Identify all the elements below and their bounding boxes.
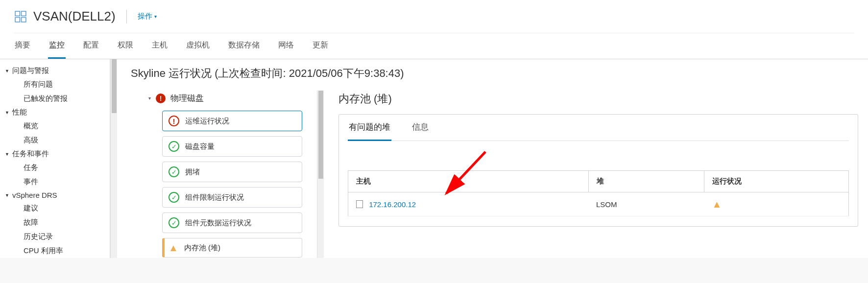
check-label: 组件元数据运行状况 (185, 218, 251, 228)
ok-icon: ✓ (169, 192, 179, 203)
tab-虚拟机[interactable]: 虚拟机 (185, 40, 211, 59)
sidebar-item[interactable]: CPU 利用率 (0, 244, 110, 258)
health-check-item[interactable]: ✓组件限制运行状况 (162, 187, 302, 208)
sidebar-group[interactable]: ▼vSphere DRS (0, 189, 110, 201)
sidebar-group[interactable]: ▼性能 (0, 106, 110, 119)
heap-cell: LSOM (588, 192, 704, 216)
svg-rect-0 (15, 11, 20, 16)
cluster-icon (14, 10, 27, 24)
tab-数据存储[interactable]: 数据存储 (227, 40, 261, 59)
caret-down-icon: ▼ (5, 193, 9, 198)
scrollbar-thumb[interactable] (318, 91, 323, 179)
tab-配置[interactable]: 配置 (82, 40, 100, 59)
sidebar-scrollbar[interactable] (110, 59, 117, 258)
page-title: VSAN(DELL2) (33, 9, 116, 24)
warning-icon: ▲ (169, 243, 178, 253)
sidebar-item[interactable]: 建议 (0, 201, 110, 215)
tab-主机[interactable]: 主机 (151, 40, 169, 59)
sidebar: ▼问题与警报所有问题已触发的警报▼性能概览高级▼任务和事件任务事件▼vSpher… (0, 59, 110, 258)
content-title: Skyline 运行状况 (上次检查时间: 2021/05/06下午9:38:4… (131, 66, 868, 88)
chevron-down-icon: ▾ (154, 14, 157, 19)
check-label: 运维运行状况 (185, 117, 229, 126)
health-group-title: 物理磁盘 (170, 93, 204, 104)
actions-label: 操作 (138, 12, 152, 21)
detail-title: 内存池 (堆) (338, 91, 858, 114)
sidebar-item[interactable]: 任务 (0, 161, 110, 175)
error-icon: ! (169, 116, 179, 126)
sidebar-item[interactable]: 所有问题 (0, 77, 110, 92)
check-label: 内存池 (堆) (184, 243, 220, 253)
error-icon: ! (156, 94, 166, 103)
host-icon (356, 200, 363, 208)
sidebar-item[interactable]: 高级 (0, 133, 110, 147)
sub-tab[interactable]: 信息 (411, 121, 430, 141)
column-header[interactable]: 堆 (588, 171, 704, 192)
checks-scrollbar[interactable] (317, 91, 324, 258)
status-cell: ▲ (704, 192, 848, 216)
tab-监控[interactable]: 监控 (48, 40, 66, 59)
ok-icon: ✓ (169, 166, 179, 177)
host-link[interactable]: 172.16.200.12 (369, 200, 416, 209)
check-label: 磁盘容量 (185, 142, 215, 151)
caret-down-icon: ▼ (5, 69, 9, 73)
check-label: 拥堵 (185, 167, 200, 177)
svg-rect-3 (22, 17, 26, 22)
health-check-item[interactable]: !运维运行状况 (162, 111, 302, 131)
caret-down-icon: ▼ (5, 152, 9, 157)
sub-tab[interactable]: 有问题的堆 (348, 121, 391, 141)
main-tabs: 摘要监控配置权限主机虚拟机数据存储网络更新 (14, 33, 854, 59)
column-header[interactable]: 运行状况 (704, 171, 848, 192)
table-row[interactable]: 172.16.200.12 LSOM ▲ (348, 192, 849, 216)
tab-网络[interactable]: 网络 (277, 40, 295, 59)
tab-摘要[interactable]: 摘要 (14, 40, 31, 59)
sidebar-group[interactable]: ▼问题与警报 (0, 64, 110, 77)
ok-icon: ✓ (169, 217, 179, 228)
warning-icon: ▲ (712, 199, 722, 209)
health-check-item[interactable]: ✓磁盘容量 (162, 136, 302, 157)
ok-icon: ✓ (169, 141, 179, 152)
sidebar-item[interactable]: 历史记录 (0, 230, 110, 244)
health-check-item[interactable]: ✓组件元数据运行状况 (162, 212, 302, 233)
sidebar-item[interactable]: 事件 (0, 175, 110, 189)
issues-table: 主机堆运行状况 172.16.200.12 LSOM ▲ (348, 170, 849, 216)
health-check-item[interactable]: ✓拥堵 (162, 162, 302, 182)
scrollbar-thumb[interactable] (112, 59, 117, 113)
tab-权限[interactable]: 权限 (117, 40, 134, 59)
separator (126, 10, 127, 24)
check-label: 组件限制运行状况 (185, 193, 244, 202)
sidebar-item[interactable]: 已触发的警报 (0, 92, 110, 106)
chevron-down-icon[interactable]: ▾ (148, 95, 151, 101)
caret-down-icon: ▼ (5, 110, 9, 115)
tab-更新[interactable]: 更新 (312, 40, 329, 59)
health-check-item[interactable]: ▲内存池 (堆) (162, 238, 302, 258)
actions-dropdown[interactable]: 操作 ▾ (138, 12, 157, 21)
column-header[interactable]: 主机 (348, 171, 589, 192)
svg-rect-2 (15, 17, 20, 22)
sidebar-group[interactable]: ▼任务和事件 (0, 147, 110, 161)
sidebar-item[interactable]: 概览 (0, 119, 110, 133)
svg-rect-1 (22, 11, 26, 16)
sidebar-item[interactable]: 故障 (0, 215, 110, 230)
